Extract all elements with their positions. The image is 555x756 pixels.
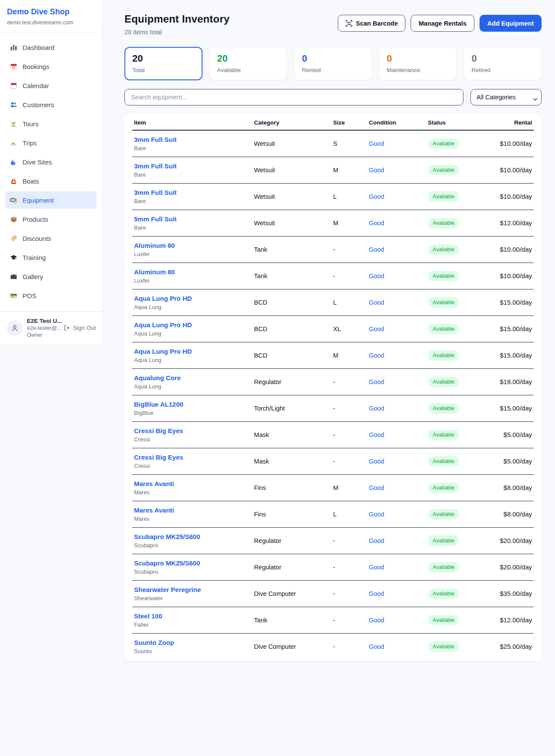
item-name-link[interactable]: Aqua Lung Pro HD (134, 295, 251, 302)
rental-cell: $12.00/day (490, 607, 534, 633)
condition-link[interactable]: Good (367, 183, 426, 210)
item-cell: 5mm Full SuitBare (132, 210, 252, 236)
table-row: 3mm Full SuitBareWetsuitSGoodAvailable$1… (132, 130, 534, 157)
condition-link[interactable]: Good (367, 157, 426, 183)
item-brand: BigBlue (134, 410, 251, 416)
stat-card-available[interactable]: 20Available (209, 47, 287, 80)
item-brand: Bare (134, 224, 251, 231)
condition-link[interactable]: Good (367, 130, 426, 157)
sidebar-item-training[interactable]: Training (5, 249, 97, 266)
condition-link[interactable]: Good (367, 448, 426, 474)
item-name-link[interactable]: Shearwater Peregrine (134, 586, 251, 593)
status-badge: Available (428, 588, 460, 599)
stat-card-rented[interactable]: 0Rented (294, 47, 372, 80)
scan-barcode-button[interactable]: Scan Barcode (338, 15, 406, 32)
item-name-link[interactable]: Steel 100 (134, 612, 251, 620)
stat-card-retired[interactable]: 0Retired (464, 47, 542, 80)
condition-link[interactable]: Good (367, 368, 426, 395)
stat-card-maintenance[interactable]: 0Maintenance (379, 47, 457, 80)
item-brand: Suunto (134, 648, 251, 654)
category-cell: Mask (252, 448, 331, 474)
condition-link[interactable]: Good (367, 210, 426, 236)
item-name-link[interactable]: 3mm Full Suit (134, 136, 251, 143)
item-name-link[interactable]: 3mm Full Suit (134, 189, 251, 196)
sidebar-item-discounts[interactable]: Discounts (5, 230, 97, 247)
size-cell: L (331, 289, 367, 316)
stat-card-total[interactable]: 20Total (124, 47, 202, 80)
item-name-link[interactable]: Scubapro MK25/S600 (134, 559, 251, 567)
barcode-scan-icon (346, 20, 353, 27)
condition-link[interactable]: Good (367, 633, 426, 660)
item-brand: Luxfer (134, 251, 251, 257)
sidebar-item-gallery[interactable]: Gallery (5, 268, 97, 285)
status-cell: Available (426, 236, 490, 263)
table-row: Aqua Lung Pro HDAqua LungBCDLGoodAvailab… (132, 289, 534, 316)
credit-card-icon (10, 292, 17, 299)
sidebar-item-equipment[interactable]: Equipment (5, 191, 97, 209)
size-cell: - (331, 368, 367, 395)
sidebar-item-tours[interactable]: Tours (5, 115, 97, 132)
rental-cell: $15.00/day (490, 395, 534, 421)
table-row: Cressi Big EyesCressiMask-GoodAvailable$… (132, 421, 534, 448)
condition-link[interactable]: Good (367, 474, 426, 501)
condition-link[interactable]: Good (367, 421, 426, 448)
brand-name[interactable]: Demo Dive Shop (7, 7, 95, 16)
condition-link[interactable]: Good (367, 342, 426, 368)
add-equipment-button[interactable]: Add Equipment (480, 15, 542, 32)
sidebar-item-dive-sites[interactable]: Dive Sites (5, 153, 97, 171)
item-name-link[interactable]: 3mm Full Suit (134, 162, 251, 170)
sidebar-item-calendar[interactable]: Calendar (5, 77, 97, 94)
condition-link[interactable]: Good (367, 607, 426, 633)
category-cell: Tank (252, 607, 331, 633)
page-title-block: Equipment Inventory 20 items total (124, 13, 230, 36)
item-cell: Aqua Lung Pro HDAqua Lung (132, 289, 252, 316)
manage-rentals-button[interactable]: Manage Rentals (411, 15, 474, 32)
condition-link[interactable]: Good (367, 316, 426, 342)
sidebar-item-products[interactable]: Products (5, 210, 97, 228)
rental-cell: $10.00/day (490, 263, 534, 289)
sailboat-icon (10, 177, 17, 185)
condition-link[interactable]: Good (367, 527, 426, 554)
stat-label: Total (132, 67, 195, 73)
search-input[interactable] (124, 89, 464, 105)
item-name-link[interactable]: Scubapro MK25/S600 (134, 533, 251, 540)
condition-link[interactable]: Good (367, 263, 426, 289)
status-cell: Available (426, 501, 490, 527)
item-name-link[interactable]: Aluminum 80 (134, 242, 251, 249)
sidebar-item-customers[interactable]: Customers (5, 96, 97, 113)
category-filter-select[interactable]: All Categories (470, 89, 542, 105)
item-name-link[interactable]: Mares Avanti (134, 506, 251, 514)
condition-link[interactable]: Good (367, 554, 426, 580)
sidebar-item-pos[interactable]: POS (5, 287, 97, 304)
item-name-link[interactable]: Cressi Big Eyes (134, 454, 251, 461)
condition-link[interactable]: Good (367, 236, 426, 263)
item-name-link[interactable]: Cressi Big Eyes (134, 427, 251, 434)
condition-link[interactable]: Good (367, 395, 426, 421)
stat-value: 0 (302, 53, 364, 64)
sidebar-item-trips[interactable]: Trips (5, 134, 97, 151)
table-row: 5mm Full SuitBareWetsuitMGoodAvailable$1… (132, 210, 534, 236)
item-name-link[interactable]: 5mm Full Suit (134, 215, 251, 223)
item-name-link[interactable]: Aqua Lung Pro HD (134, 321, 251, 329)
sign-out-label: Sign Out (73, 325, 96, 331)
sidebar-item-boats[interactable]: Boats (5, 172, 97, 190)
sidebar-item-dashboard[interactable]: Dashboard (5, 39, 97, 56)
item-name-link[interactable]: Aqua Lung Pro HD (134, 348, 251, 355)
condition-link[interactable]: Good (367, 501, 426, 527)
condition-link[interactable]: Good (367, 289, 426, 316)
avatar (7, 320, 23, 336)
sign-out-button[interactable]: Sign Out (64, 325, 96, 331)
status-cell: Available (426, 395, 490, 421)
item-name-link[interactable]: Aluminum 80 (134, 268, 251, 276)
item-name-link[interactable]: Aqualung Core (134, 374, 251, 381)
item-name-link[interactable]: BigBlue AL1200 (134, 401, 251, 408)
sidebar-item-bookings[interactable]: 17Bookings (5, 58, 97, 75)
stat-value: 20 (132, 53, 195, 64)
status-cell: Available (426, 342, 490, 368)
rental-cell: $5.00/day (490, 448, 534, 474)
item-name-link[interactable]: Suunto Zoop (134, 639, 251, 646)
item-name-link[interactable]: Mares Avanti (134, 480, 251, 487)
user-info: E2E Test U... e2e-tester@... Owner (27, 318, 62, 338)
condition-link[interactable]: Good (367, 580, 426, 607)
category-cell: Mask (252, 421, 331, 448)
